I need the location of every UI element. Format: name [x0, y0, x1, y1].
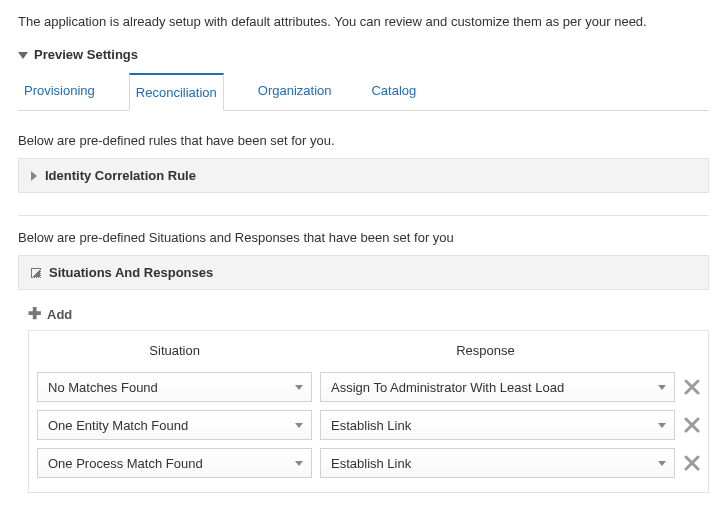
chevron-right-icon [31, 171, 37, 181]
close-icon [684, 455, 700, 471]
delete-row-button[interactable] [683, 413, 700, 437]
chevron-down-icon [658, 423, 666, 428]
situation-select[interactable]: One Entity Match Found [37, 410, 312, 440]
collapse-icon [31, 268, 41, 278]
tab-reconciliation[interactable]: Reconciliation [129, 73, 224, 111]
situation-value: One Process Match Found [48, 456, 203, 471]
chevron-down-icon [658, 461, 666, 466]
chevron-down-icon [295, 423, 303, 428]
close-icon [684, 379, 700, 395]
situations-and-responses-panel[interactable]: Situations And Responses [18, 255, 709, 290]
preview-settings-label: Preview Settings [34, 47, 138, 62]
situation-value: One Entity Match Found [48, 418, 188, 433]
identity-correlation-rule-label: Identity Correlation Rule [45, 168, 196, 183]
divider [18, 215, 709, 216]
chevron-down-icon [295, 385, 303, 390]
response-value: Establish Link [331, 418, 411, 433]
table-row: No Matches Found Assign To Administrator… [35, 368, 702, 406]
intro-text: The application is already setup with de… [18, 14, 709, 29]
tab-organization[interactable]: Organization [252, 73, 338, 111]
situations-description: Below are pre-defined Situations and Res… [18, 230, 709, 245]
close-icon [684, 417, 700, 433]
add-button[interactable]: ✚ Add [28, 306, 709, 322]
rules-description: Below are pre-defined rules that have be… [18, 133, 709, 148]
identity-correlation-rule-panel[interactable]: Identity Correlation Rule [18, 158, 709, 193]
table-row: One Process Match Found Establish Link [35, 444, 702, 482]
response-select[interactable]: Establish Link [320, 448, 675, 478]
situations-and-responses-label: Situations And Responses [49, 265, 213, 280]
response-value: Assign To Administrator With Least Load [331, 380, 564, 395]
add-label: Add [47, 307, 72, 322]
situation-select[interactable]: One Process Match Found [37, 448, 312, 478]
tab-bar: Provisioning Reconciliation Organization… [18, 72, 709, 111]
chevron-down-icon [658, 385, 666, 390]
situation-select[interactable]: No Matches Found [37, 372, 312, 402]
tab-provisioning[interactable]: Provisioning [18, 73, 101, 111]
chevron-down-icon [18, 52, 28, 59]
situation-value: No Matches Found [48, 380, 158, 395]
header-situation: Situation [39, 343, 310, 358]
header-response: Response [310, 343, 660, 358]
chevron-down-icon [295, 461, 303, 466]
plus-icon: ✚ [28, 306, 41, 322]
table-header: Situation Response [35, 335, 702, 368]
delete-row-button[interactable] [683, 375, 700, 399]
table-row: One Entity Match Found Establish Link [35, 406, 702, 444]
response-value: Establish Link [331, 456, 411, 471]
response-select[interactable]: Assign To Administrator With Least Load [320, 372, 675, 402]
situations-table: Situation Response No Matches Found Assi… [28, 330, 709, 493]
preview-settings-toggle[interactable]: Preview Settings [18, 47, 709, 62]
delete-row-button[interactable] [683, 451, 700, 475]
tab-catalog[interactable]: Catalog [365, 73, 422, 111]
response-select[interactable]: Establish Link [320, 410, 675, 440]
